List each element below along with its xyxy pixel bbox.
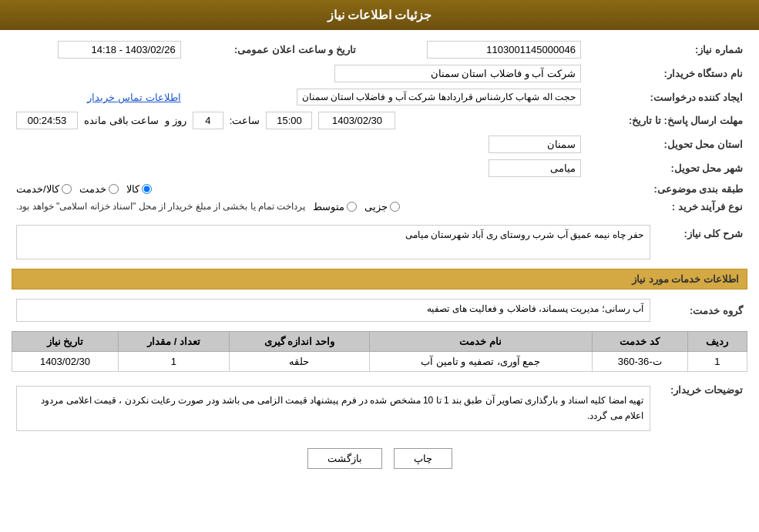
- mohlat-row: 00:24:53 ساعت باقی مانده روز و 4 ساعت: 1…: [12, 109, 586, 132]
- col-nam: نام خدمت: [369, 332, 592, 352]
- radio-kala-khadam-label: کالا/خدمت: [16, 183, 59, 195]
- cell-vahed: حلقه: [230, 352, 370, 372]
- table-row: 1 ت-36-360 جمع آوری، تصفیه و تامین آب حل…: [12, 352, 747, 372]
- timer-display: 00:24:53: [16, 112, 78, 129]
- col-tarix: تاریخ نیاز: [12, 332, 119, 352]
- groh-khadam-table: گروه خدمت: آب رسانی؛ مدیریت پسماند، فاضل…: [12, 296, 747, 325]
- khadamat-section-header: اطلاعات خدمات مورد نیاز: [12, 269, 747, 289]
- tarix-saat-label: تاریخ و ساعت اعلان عمومی:: [186, 38, 371, 62]
- saat-label: ساعت:: [230, 115, 260, 126]
- radio-motavaset[interactable]: متوسط: [313, 201, 357, 212]
- shahr-value: میامی: [12, 156, 586, 180]
- ostan-input: سمنان: [489, 136, 581, 153]
- ettelaat-tamas-link[interactable]: اطلاعات تماس خریدار: [87, 92, 180, 103]
- sharh-niaz-label: شرح کلی نیاز:: [655, 222, 747, 263]
- farayand-description: پرداخت تمام یا بخشی از مبلغ خریدار از مح…: [16, 201, 305, 212]
- mohlat-label: مهلت ارسال پاسخ: تا تاریخ:: [586, 109, 747, 132]
- print-button[interactable]: چاپ: [394, 448, 452, 469]
- ostan-value: سمنان: [12, 132, 586, 156]
- rooz-value: 4: [193, 112, 223, 129]
- radio-kala-input[interactable]: [142, 184, 152, 194]
- cell-nam: جمع آوری، تصفیه و تامین آب: [369, 352, 592, 372]
- shomare-niaz-label: شماره نیاز:: [586, 38, 747, 62]
- cell-kod: ت-36-360: [592, 352, 687, 372]
- bottom-buttons: چاپ بازگشت: [12, 448, 747, 469]
- ijad-input: حجت اله شهاب کارشناس قراردادها شرکت آب و…: [297, 89, 581, 105]
- radio-khadam[interactable]: خدمت: [79, 183, 119, 195]
- ostan-label: استان محل تحویل:: [586, 132, 747, 156]
- saat-mande-label: ساعت باقی مانده: [84, 115, 159, 126]
- nam-dastgah-value: شرکت آب و فاضلاب استان سمنان: [12, 62, 586, 85]
- back-button[interactable]: بازگشت: [307, 448, 382, 469]
- cell-tarix: 1403/02/30: [12, 352, 119, 372]
- shomare-niaz-value: 1103001145000046: [371, 38, 586, 62]
- radio-jozee[interactable]: جزیی: [364, 201, 400, 212]
- groh-khadam-cell: آب رسانی؛ مدیریت پسماند، فاضلاب و فعالیت…: [12, 296, 655, 325]
- mohlat-date: 1403/02/30: [318, 112, 395, 129]
- sharh-niaz-value: حفر چاه نیمه عمیق آب شرب روستای ری آباد …: [16, 225, 650, 259]
- col-vahed: واحد اندازه گیری: [230, 332, 370, 352]
- shahr-label: شهر محل تحویل:: [586, 156, 747, 180]
- radio-khadam-input[interactable]: [109, 184, 119, 194]
- radio-khadam-label: خدمت: [79, 183, 106, 195]
- col-radif: ردیف: [687, 332, 747, 352]
- notes-table: توضیحات خریدار: تهیه امضا کلیه اسناد و ب…: [12, 378, 747, 439]
- page-title: جزئیات اطلاعات نیاز: [327, 8, 432, 22]
- col-tedad: تعداد / مقدار: [118, 332, 229, 352]
- sharh-niaz-table: شرح کلی نیاز: حفر چاه نیمه عمیق آب شرب ر…: [12, 222, 747, 263]
- main-content: شماره نیاز: 1103001145000046 تاریخ و ساع…: [0, 30, 759, 484]
- tarix-saat-value: 1403/02/26 - 14:18: [12, 38, 186, 62]
- saat-value: 15:00: [266, 112, 312, 129]
- radio-kala-khadam-input[interactable]: [62, 184, 72, 194]
- cell-tedad: 1: [118, 352, 229, 372]
- info-table-top: شماره نیاز: 1103001145000046 تاریخ و ساع…: [12, 38, 747, 216]
- cell-radif: 1: [687, 352, 747, 372]
- nam-dastgah-label: نام دستگاه خریدار:: [586, 62, 747, 85]
- notes-cell: تهیه امضا کلیه اسناد و بارگذاری تصاویر آ…: [12, 378, 655, 439]
- radio-motavaset-label: متوسط: [313, 201, 344, 212]
- groh-khadam-label: گروه خدمت:: [655, 296, 747, 325]
- col-kod: کد خدمت: [592, 332, 687, 352]
- groh-khadam-value: آب رسانی؛ مدیریت پسماند، فاضلاب و فعالیت…: [16, 299, 650, 322]
- tabaqe-radios: کالا/خدمت خدمت کالا: [12, 180, 586, 198]
- radio-kala-label: کالا: [126, 183, 139, 195]
- radio-jozee-input[interactable]: [390, 202, 400, 212]
- noe-farayand-row: پرداخت تمام یا بخشی از مبلغ خریدار از مح…: [12, 198, 586, 216]
- tarix-saat-input: 1403/02/26 - 14:18: [58, 41, 181, 59]
- notes-label: توضیحات خریدار:: [655, 378, 747, 439]
- notes-value: تهیه امضا کلیه اسناد و بارگذاری تصاویر آ…: [16, 386, 650, 431]
- ijad-value: حجت اله شهاب کارشناس قراردادها شرکت آب و…: [186, 85, 586, 109]
- sharh-niaz-cell: حفر چاه نیمه عمیق آب شرب روستای ری آباد …: [12, 222, 655, 263]
- ijad-label: ایجاد کننده درخواست:: [586, 85, 747, 109]
- shomare-niaz-input: 1103001145000046: [427, 41, 581, 59]
- radio-motavaset-input[interactable]: [347, 202, 357, 212]
- service-table: ردیف کد خدمت نام خدمت واحد اندازه گیری ت…: [12, 331, 747, 372]
- radio-jozee-label: جزیی: [364, 201, 388, 212]
- radio-kala[interactable]: کالا: [126, 183, 152, 195]
- rooz-label: روز و: [165, 115, 186, 126]
- page-container: جزئیات اطلاعات نیاز شماره نیاز: 11030011…: [0, 0, 759, 532]
- page-header: جزئیات اطلاعات نیاز: [0, 0, 759, 30]
- ettelaat-tamas-cell: اطلاعات تماس خریدار: [12, 85, 186, 109]
- tabaqe-label: طبقه بندی موضوعی:: [586, 180, 747, 198]
- sherkat-name: شرکت آب و فاضلاب استان سمنان: [334, 65, 581, 82]
- radio-kala-khadam[interactable]: کالا/خدمت: [16, 183, 72, 195]
- shahr-input: میامی: [489, 159, 581, 177]
- noe-farayand-label: نوع فرآیند خرید :: [586, 198, 747, 216]
